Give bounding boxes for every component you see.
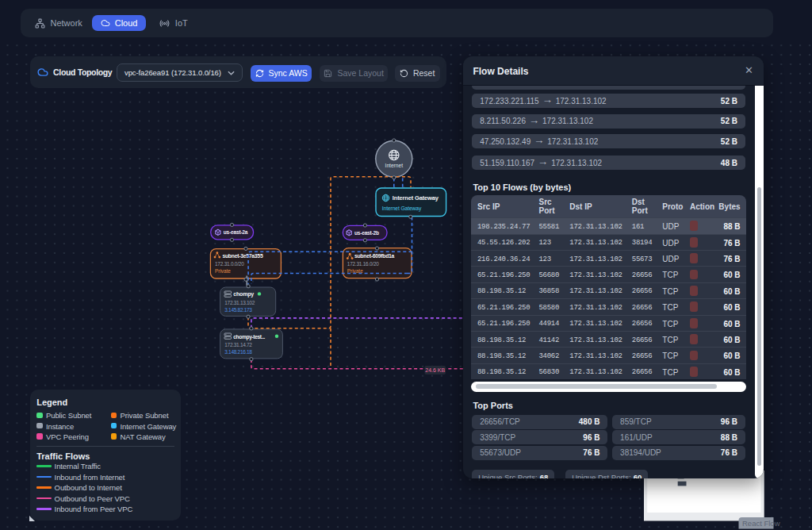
svg-text:chompy-test...: chompy-test... xyxy=(233,334,265,340)
svg-text:172.31.16.0/20: 172.31.16.0/20 xyxy=(347,261,379,267)
svg-text:React Flow: React Flow xyxy=(742,519,780,528)
svg-text:24.6 KB: 24.6 KB xyxy=(425,367,445,373)
svg-text:Internet Gateway: Internet Gateway xyxy=(382,205,422,212)
svg-text:Internet: Internet xyxy=(385,163,404,168)
svg-text:172.31.13.102: 172.31.13.102 xyxy=(224,300,255,305)
svg-text:172.31.14.72: 172.31.14.72 xyxy=(224,342,252,348)
svg-text:3.145.82.173: 3.145.82.173 xyxy=(224,307,252,313)
svg-text:172.31.0.0/20: 172.31.0.0/20 xyxy=(215,261,244,267)
svg-text:subnet-609fbd1a: subnet-609fbd1a xyxy=(354,253,395,259)
svg-text:us-east-2a: us-east-2a xyxy=(224,229,248,235)
svg-text:Private: Private xyxy=(215,268,231,274)
svg-text:subnet-3e57a355: subnet-3e57a355 xyxy=(222,253,263,259)
svg-text:us-east-2b: us-east-2b xyxy=(354,230,379,236)
svg-text:chompy: chompy xyxy=(233,291,254,298)
svg-text:3.148.216.18: 3.148.216.18 xyxy=(224,349,252,355)
svg-text:Internet Gateway: Internet Gateway xyxy=(393,194,439,202)
